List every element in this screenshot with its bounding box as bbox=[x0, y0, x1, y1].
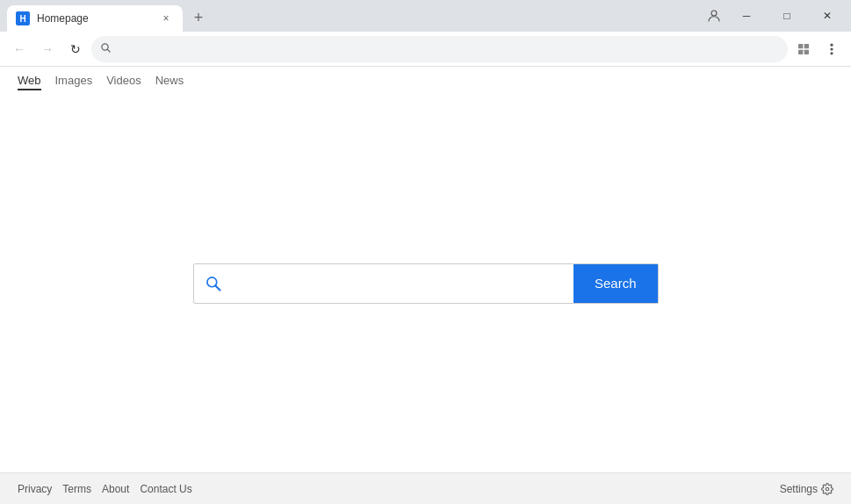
nav-videos[interactable]: Videos bbox=[106, 74, 141, 90]
footer-privacy-link[interactable]: Privacy bbox=[18, 483, 52, 495]
more-button[interactable] bbox=[819, 37, 844, 61]
svg-rect-4 bbox=[804, 44, 809, 48]
search-icon bbox=[194, 275, 233, 292]
svg-point-0 bbox=[711, 11, 717, 16]
minimize-button[interactable]: ─ bbox=[726, 0, 767, 32]
footer-terms-link[interactable]: Terms bbox=[62, 483, 91, 495]
tab-title: Homepage bbox=[37, 12, 153, 25]
svg-rect-5 bbox=[798, 49, 803, 54]
forward-button[interactable]: → bbox=[35, 37, 60, 61]
toolbar: ← → ↻ bbox=[0, 32, 851, 67]
address-input[interactable] bbox=[91, 36, 788, 62]
close-button[interactable]: ✕ bbox=[807, 0, 847, 32]
nav-images[interactable]: Images bbox=[55, 74, 93, 90]
search-input[interactable] bbox=[233, 264, 573, 303]
tab-area: H Homepage × + bbox=[0, 0, 211, 32]
search-box: Search bbox=[193, 263, 659, 304]
svg-rect-6 bbox=[804, 49, 809, 54]
page-content: Web Images Videos News Search Privacy bbox=[0, 67, 851, 504]
search-button[interactable]: Search bbox=[573, 264, 658, 303]
svg-rect-3 bbox=[798, 44, 803, 48]
maximize-button[interactable]: □ bbox=[767, 0, 807, 32]
page-nav: Web Images Videos News bbox=[0, 67, 851, 94]
footer-about-link[interactable]: About bbox=[102, 483, 129, 495]
nav-web[interactable]: Web bbox=[18, 74, 41, 90]
address-bar-wrapper bbox=[91, 36, 788, 62]
search-area: Search bbox=[0, 94, 851, 472]
title-bar: H Homepage × + ─ □ ✕ bbox=[0, 0, 851, 32]
extension-button[interactable] bbox=[791, 37, 816, 61]
settings-link[interactable]: Settings bbox=[780, 483, 833, 495]
refresh-button[interactable]: ↻ bbox=[63, 37, 88, 61]
tab-favicon: H bbox=[16, 11, 30, 25]
window-controls: ─ □ ✕ bbox=[702, 0, 851, 32]
svg-line-11 bbox=[215, 285, 220, 290]
tab-close-button[interactable]: × bbox=[158, 11, 174, 26]
svg-point-9 bbox=[830, 52, 833, 54]
new-tab-button[interactable]: + bbox=[186, 5, 211, 30]
svg-point-8 bbox=[830, 47, 833, 50]
profile-button[interactable] bbox=[702, 4, 726, 28]
footer-left: Privacy Terms About Contact Us bbox=[18, 483, 192, 495]
footer-contact-link[interactable]: Contact Us bbox=[140, 483, 191, 495]
active-tab[interactable]: H Homepage × bbox=[7, 5, 183, 32]
back-button[interactable]: ← bbox=[7, 37, 32, 61]
nav-news[interactable]: News bbox=[155, 74, 184, 90]
svg-point-7 bbox=[830, 43, 833, 46]
settings-label: Settings bbox=[780, 483, 818, 495]
footer-right: Settings bbox=[780, 483, 833, 495]
page-footer: Privacy Terms About Contact Us Settings bbox=[0, 472, 851, 504]
